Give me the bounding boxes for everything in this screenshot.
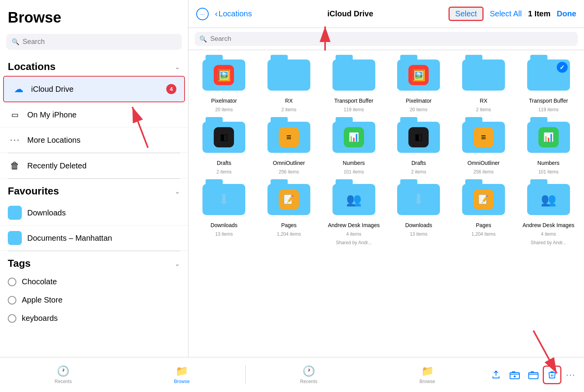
folder-andrew-shared: Shared by Andr...: [336, 240, 372, 245]
folder-numbers[interactable]: 📊 Numbers 101 items: [326, 122, 382, 175]
folder-pixelmator2[interactable]: 🖼️ Pixelmator 20 items: [391, 60, 447, 112]
downloads2-folder-icon: ⬇: [413, 191, 424, 208]
sidebar-item-more-label: More Locations: [27, 136, 81, 145]
recents-left-label: Recents: [55, 379, 72, 384]
tags-section-header: Tags ⌄: [0, 251, 188, 273]
locations-chevron-icon[interactable]: ⌄: [174, 63, 180, 71]
done-button[interactable]: Done: [557, 9, 576, 18]
sidebar-item-documents-manhattan[interactable]: Documents – Manhattan: [0, 226, 188, 251]
tab-divider: [245, 365, 246, 385]
sidebar-item-downloads[interactable]: Downloads: [0, 200, 188, 226]
folder-rx2[interactable]: RX 2 items: [456, 60, 512, 112]
folder-rx2-count: 2 items: [476, 107, 491, 112]
tab-recents-right[interactable]: 🕐 Recents: [250, 365, 368, 384]
left-search-icon: 🔍: [199, 35, 207, 43]
left-search-input[interactable]: [210, 35, 573, 43]
drafts2-app-icon: ◧: [408, 127, 429, 147]
tab-browse-left[interactable]: 📁 Browse: [123, 365, 241, 384]
folder-pages[interactable]: 📝 Pages 1,204 items: [261, 184, 317, 245]
locations-section-header: Locations ⌄: [0, 54, 188, 76]
folder-omni[interactable]: ≡ OmniOutliner 256 items: [261, 122, 317, 175]
folder-andrew-count: 4 items: [346, 231, 361, 237]
sidebar-tag-keyboards[interactable]: keyboards: [0, 309, 188, 327]
keyboards-tag-icon: [8, 314, 16, 323]
folder-drafts2[interactable]: ◧ Drafts 2 items: [391, 122, 447, 175]
tags-chevron-icon[interactable]: ⌄: [174, 259, 180, 268]
folder-andrew-desk[interactable]: 👥 Andrew Desk Images 4 items Shared by A…: [326, 184, 382, 245]
folder-transport-buffer-name: Transport Buffer: [334, 98, 373, 104]
folder-pages2[interactable]: 📝 Pages 1,204 items: [456, 184, 512, 245]
folder-pages2-count: 1,204 items: [471, 231, 496, 237]
pixelmator2-app-icon: 🖼️: [408, 65, 429, 85]
add-to-folder-button[interactable]: [505, 366, 524, 384]
shared-folder-icon: 👥: [346, 192, 362, 207]
folder-omni2-name: OmniOutliner: [468, 160, 500, 166]
new-folder-icon: [528, 370, 539, 380]
svg-rect-1: [529, 373, 538, 379]
folder-transport-buffer-selected[interactable]: ✓ Transport Buffer 119 items: [521, 60, 576, 112]
folder-pages2-name: Pages: [476, 222, 491, 228]
folder-omni2[interactable]: ≡ OmniOutliner 256 items: [456, 122, 512, 175]
folder-transport-selected-name: Transport Buffer: [529, 98, 568, 104]
more-options-icon: ···: [200, 11, 205, 17]
sidebar-tag-apple-store[interactable]: Apple Store: [0, 291, 188, 309]
omni2-app-icon: ≡: [473, 127, 494, 147]
browse-title: Browse: [8, 9, 180, 26]
left-search-bar[interactable]: 🔍: [188, 28, 584, 50]
folder-drafts2-count: 2 items: [411, 169, 426, 175]
folder-downloads2[interactable]: ⬇ Downloads 13 items: [391, 184, 447, 245]
folder-downloads2-name: Downloads: [405, 222, 432, 228]
main-panels: 🔍 🖼️ Pix: [188, 28, 584, 357]
folder-numbers-name: Numbers: [343, 160, 365, 166]
tab-browse-right[interactable]: 📁 Browse: [368, 365, 487, 384]
omni-app-icon: ≡: [279, 127, 299, 147]
delete-button[interactable]: [543, 366, 561, 384]
icloud-icon: ☁: [12, 82, 26, 96]
favourites-chevron-icon[interactable]: ⌄: [174, 187, 180, 196]
share-action-button[interactable]: [487, 366, 505, 384]
sidebar-tag-chocolate[interactable]: Chocolate: [0, 273, 188, 291]
sidebar-tag-apple-store-label: Apple Store: [22, 296, 63, 304]
folder-downloads[interactable]: ⬇ Downloads 13 items: [196, 184, 252, 245]
folder-rx2-name: RX: [480, 98, 487, 104]
new-folder-button[interactable]: [524, 366, 543, 384]
sidebar-header: Browse: [0, 0, 188, 29]
tab-recents-left[interactable]: 🕐 Recents: [4, 365, 123, 384]
sidebar-search-icon: 🔍: [12, 38, 19, 46]
item-count: 1 Item: [528, 9, 551, 18]
select-button[interactable]: Select: [449, 7, 484, 21]
select-all-button[interactable]: Select All: [490, 9, 522, 18]
folder-drafts-name: Drafts: [217, 160, 231, 166]
chocolate-tag-icon: [8, 278, 16, 286]
back-button[interactable]: ‹ Locations: [215, 9, 252, 19]
delete-icon: [548, 370, 556, 380]
folder-andrew-name: Andrew Desk Images: [328, 222, 380, 228]
favourites-section-header: Favourites ⌄: [0, 179, 188, 200]
folder-numbers2[interactable]: 📊 Numbers 101 items: [521, 122, 576, 175]
more-options-bottom-button[interactable]: ···: [561, 366, 580, 384]
more-locations-icon: • • •: [8, 133, 22, 147]
folder-transport-buffer[interactable]: Transport Buffer 119 items: [326, 60, 382, 112]
browse-left-icon: 📁: [176, 365, 188, 377]
folder-drafts[interactable]: ◧ Drafts 2 items: [196, 122, 252, 175]
folder-pixelmator[interactable]: 🖼️ Pixelmator 20 items: [196, 60, 252, 112]
folder-rx-name: RX: [285, 98, 292, 104]
sidebar-search-input[interactable]: [23, 38, 176, 46]
share-icon: [491, 370, 501, 380]
folder-rx[interactable]: RX 2 items: [261, 60, 317, 112]
sidebar-search-bar[interactable]: 🔍: [6, 34, 182, 50]
apple-store-tag-icon: [8, 296, 16, 304]
more-options-button[interactable]: ···: [196, 8, 209, 20]
folder-andrew2-count: 4 items: [541, 231, 556, 237]
folder-drafts2-name: Drafts: [412, 160, 426, 166]
sidebar-item-more-locations[interactable]: • • • More Locations: [0, 128, 188, 153]
sidebar-item-recently-deleted[interactable]: 🗑 Recently Deleted: [0, 153, 188, 178]
sidebar-item-icloud[interactable]: ☁ iCloud Drive 4: [3, 76, 185, 102]
folder-transport-selected-count: 119 items: [538, 107, 559, 112]
folder-andrew2-shared: Shared by Andr...: [531, 240, 566, 245]
browse-right-icon: 📁: [421, 365, 434, 377]
sidebar-item-iphone[interactable]: ▭ On My iPhone: [0, 102, 188, 128]
sidebar-item-documents-label: Documents – Manhattan: [27, 234, 112, 243]
numbers-app-icon: 📊: [344, 127, 364, 147]
folder-andrew-desk2[interactable]: 👥 Andrew Desk Images 4 items Shared by A…: [521, 184, 576, 245]
